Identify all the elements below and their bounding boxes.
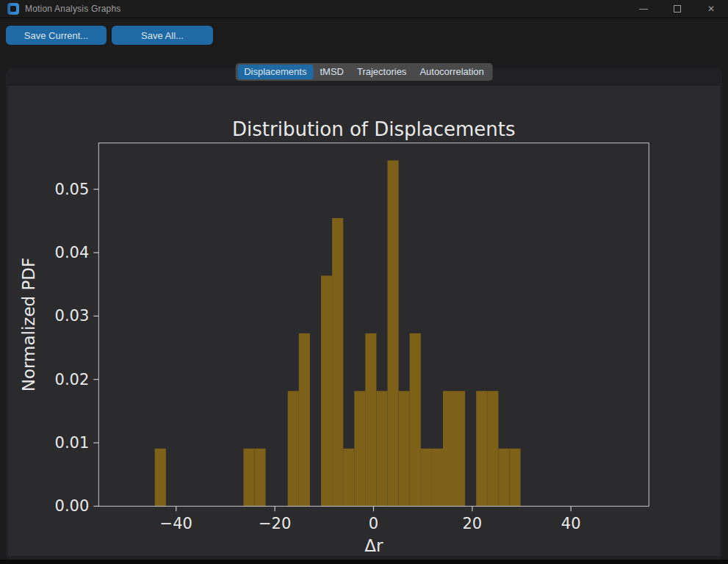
histogram-bar xyxy=(443,391,454,506)
histogram-bar xyxy=(354,391,365,506)
histogram-bar xyxy=(487,391,498,506)
chart-title: Distribution of Displacements xyxy=(232,118,516,140)
tab-autocorrelation[interactable]: Autocorrelation xyxy=(413,65,490,79)
close-icon: ✕ xyxy=(707,4,715,14)
x-tick-label: −40 xyxy=(160,515,192,532)
window-title: Motion Analysis Graphs xyxy=(25,4,120,14)
y-tick-label: 0.05 xyxy=(55,181,90,198)
histogram-bar xyxy=(498,449,509,507)
y-tick-label: 0.01 xyxy=(55,434,90,452)
histogram-bar xyxy=(476,391,487,506)
x-axis-label: Δr xyxy=(364,536,383,555)
y-tick-label: 0.02 xyxy=(55,371,90,388)
histogram-bar xyxy=(343,449,354,507)
title-bar: Motion Analysis Graphs — ✕ xyxy=(0,0,728,18)
maximize-button[interactable] xyxy=(660,0,694,18)
histogram-bar xyxy=(155,449,166,507)
x-tick-label: 20 xyxy=(462,515,482,532)
y-tick-label: 0.04 xyxy=(55,244,90,261)
histogram-bar xyxy=(388,161,399,507)
histogram-bar xyxy=(454,391,465,506)
histogram-bar xyxy=(421,449,432,507)
chart-canvas: −40−20020400.000.010.020.030.040.05Distr… xyxy=(8,86,720,556)
histogram-bar xyxy=(332,218,343,506)
y-tick-label: 0.00 xyxy=(55,497,90,515)
tab-displacements[interactable]: Displacements xyxy=(237,65,313,79)
y-tick-label: 0.03 xyxy=(55,307,90,325)
minimize-button[interactable]: — xyxy=(627,0,660,18)
tab-tmsd[interactable]: tMSD xyxy=(313,65,350,79)
histogram-bar xyxy=(376,391,387,506)
histogram-bar xyxy=(288,391,299,506)
x-tick-label: −20 xyxy=(259,515,291,532)
histogram-bar xyxy=(510,449,521,507)
window-bottom-edge xyxy=(0,560,728,564)
save-current-button[interactable]: Save Current... xyxy=(6,26,107,45)
histogram-bar xyxy=(321,275,332,506)
histogram-bar xyxy=(410,333,421,506)
histogram-bar xyxy=(299,333,310,506)
x-tick-label: 40 xyxy=(561,515,581,532)
close-button[interactable]: ✕ xyxy=(694,0,728,18)
x-tick-label: 0 xyxy=(369,515,378,532)
histogram-bar xyxy=(399,391,410,506)
window-controls: — ✕ xyxy=(627,0,728,18)
y-axis-label: Normalized PDF xyxy=(19,258,38,392)
tab-trajectories[interactable]: Trajectories xyxy=(350,65,413,79)
histogram-bar xyxy=(365,333,376,506)
tab-content-panel: −40−20020400.000.010.020.030.040.05Distr… xyxy=(6,68,722,560)
tab-bar: Displacements tMSD Trajectories Autocorr… xyxy=(235,63,493,81)
toolbar: Save Current... Save All... xyxy=(0,19,728,63)
app-icon xyxy=(7,3,19,15)
maximize-icon xyxy=(674,5,681,12)
histogram-bar xyxy=(243,449,254,507)
minimize-icon: — xyxy=(639,4,648,14)
displacements-histogram: −40−20020400.000.010.020.030.040.05Distr… xyxy=(8,86,720,556)
histogram-bar xyxy=(255,449,266,507)
save-all-button[interactable]: Save All... xyxy=(112,26,213,45)
histogram-bar xyxy=(432,449,443,507)
